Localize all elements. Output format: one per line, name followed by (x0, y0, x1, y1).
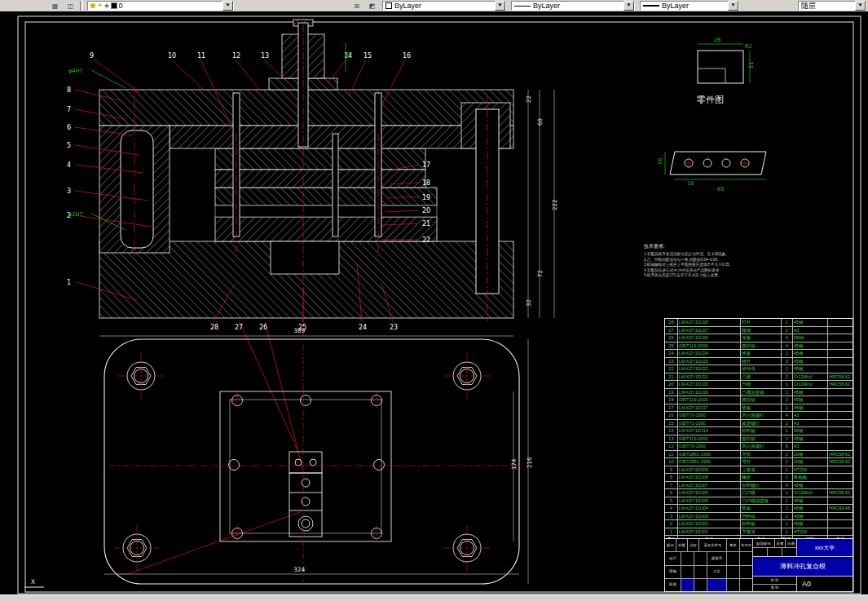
layer-lock-icon: ◆ (104, 2, 108, 9)
bom-row: 11GB/T2861-1990导套220钢HRC58-62 (665, 451, 853, 459)
bom-cell-mat: 聚氨酯 (793, 474, 829, 482)
bom-cell-rem (828, 474, 853, 482)
bom-cell-no: 24 (665, 350, 678, 358)
layer-states-icon[interactable]: ◫ (64, 1, 77, 11)
layer-dropdown-arrow[interactable]: ▼ (223, 1, 233, 11)
svg-text:3: 3 (67, 188, 71, 195)
svg-text:22: 22 (422, 236, 430, 244)
bom-cell-mat: Cr12MoV (793, 373, 829, 382)
svg-text:15: 15 (364, 52, 372, 60)
bom-row: 1LM-KZY1DJ01下模座1HT200 (665, 528, 853, 537)
tb-label-count: 处数 (676, 539, 688, 551)
svg-text:17: 17 (422, 161, 430, 169)
bom-cell-rem (828, 389, 853, 397)
tb-label-approve: 批准 (665, 579, 681, 591)
bom-cell-rem (828, 358, 853, 366)
bom-row: 15GB/T71-2000紧定螺钉2A3 (665, 420, 853, 428)
bom-cell-rem: HRC58-62 (828, 458, 853, 466)
layer-on-icon (90, 3, 95, 8)
svg-text:22: 22 (526, 95, 532, 103)
bom-cell-no: 14 (665, 427, 678, 435)
bom-cell-rem (828, 466, 853, 475)
layer-dropdown[interactable]: ☀ ◆ 0 ▼ (87, 1, 234, 11)
bom-cell-no: 25 (665, 342, 678, 351)
bom-cell-rem (828, 528, 853, 537)
linetype-dropdown-arrow[interactable]: ▼ (623, 1, 634, 11)
plotstyle-dropdown[interactable]: 随层 ▼ (798, 1, 866, 11)
svg-text:28: 28 (210, 324, 218, 331)
bom-cell-name: 导柱 (741, 458, 782, 466)
svg-text:26: 26 (714, 37, 720, 43)
bom-cell-no: 23 (665, 358, 678, 366)
tb-label-total-sheets: 共 张 (753, 577, 796, 585)
bom-cell-code: LM-KZY1DJ19 (678, 389, 741, 397)
plan-view: 324 216 174 (104, 339, 533, 584)
bom-cell-code: LM-KZY1DJ03 (678, 513, 741, 521)
bom-cell-no: 18 (665, 396, 678, 404)
lineweight-dropdown[interactable]: ByLayer ▼ (640, 1, 739, 11)
bom-cell-code: LM-KZY1DJ21 (678, 373, 741, 382)
bom-cell-code: LM-KZY1DJ08 (678, 474, 741, 482)
bom-row: 18GB/T119-2000圆柱销245钢 (665, 396, 853, 404)
plotstyle-value: 随层 (801, 2, 855, 10)
bom-cell-rem (828, 443, 853, 451)
bom-rows: 28LM-KZY1DJ28打杆145钢27LM-KZY1DJ27模柄1A326L… (665, 319, 853, 536)
bom-cell-qty: 2 (782, 396, 793, 404)
layer-previous-icon[interactable]: ◩ (365, 1, 379, 11)
bom-cell-no: 8 (665, 474, 678, 482)
bom-row: 16GB/T70-2000内六角螺钉4A3 (665, 412, 853, 420)
tb-label-standard: 标准化 (707, 552, 727, 564)
layer-manager-icon[interactable]: ▦ (48, 1, 62, 11)
svg-text:9: 9 (90, 52, 94, 60)
bom-cell-mat: 45钢 (793, 427, 829, 435)
color-dropdown-arrow[interactable]: ▼ (495, 1, 505, 11)
bom-cell-mat: A3 (793, 327, 829, 335)
make-layer-current-icon[interactable]: ⊞ (350, 1, 364, 11)
bom-cell-code: LM-KZY1DJ06 (678, 489, 741, 497)
bom-cell-rem: HRC58-62 (828, 489, 853, 497)
bom-cell-no: 10 (665, 458, 678, 466)
bom-cell-name: 凸凹模 (741, 489, 782, 497)
svg-text:5: 5 (67, 142, 71, 149)
bom-row: 4LM-KZY1DJ04垫板145钢HRC43-48 (665, 505, 853, 513)
bom-cell-qty: 1 (782, 327, 793, 335)
bom-cell-name: 模柄 (741, 327, 782, 335)
bom-cell-name: 导套 (741, 451, 782, 459)
bom-cell-no: 11 (665, 451, 678, 459)
bom-cell-code: GB/T70-2000 (678, 412, 741, 420)
bom-cell-rem (828, 420, 853, 428)
svg-text:216: 216 (527, 457, 533, 468)
svg-text:18: 18 (422, 179, 430, 187)
model-space-canvas[interactable]: 9 10 11 12 13 14 15 16 8 7 6 5 4 3 2 1 1… (0, 11, 868, 595)
lineweight-dropdown-arrow[interactable]: ▼ (728, 1, 738, 11)
bom-cell-name: 卸料板 (741, 520, 782, 528)
svg-text:222: 222 (552, 200, 558, 210)
object-properties-toolbar: ▦ ◫ ☀ ◆ 0 ▼ ⊞ ◩ ByLayer ▼ ByLayer ▼ ByLa… (0, 0, 868, 12)
bom-cell-name: 上模座 (741, 466, 782, 475)
bom-cell-qty: 2 (782, 513, 793, 521)
svg-text:φ4H7: φ4H7 (68, 68, 82, 74)
bom-cell-qty: 4 (782, 412, 793, 420)
bom-row: 14LM-KZY1DJ14卸料板145钢 (665, 427, 853, 435)
bom-cell-rem (828, 327, 853, 335)
bom-cell-name: 圆柱销 (741, 342, 782, 351)
bom-cell-name: 下模座 (741, 528, 782, 537)
bom-cell-qty: 1 (782, 474, 793, 482)
bom-cell-no: 22 (665, 365, 678, 373)
bom-cell-code: GB/T119-2000 (678, 435, 741, 444)
svg-text:20: 20 (422, 207, 430, 214)
svg-text:R2: R2 (745, 43, 752, 50)
bom-cell-mat: A3 (793, 443, 829, 451)
bom-row: 13GB/T119-2000圆柱销245钢 (665, 435, 853, 444)
svg-text:324: 324 (293, 566, 306, 573)
bom-cell-code: LM-KZY1DJ09 (678, 466, 741, 475)
status-bar-strip (0, 594, 868, 601)
bom-cell-no: 5 (665, 497, 678, 506)
svg-text:φ2H7: φ2H7 (68, 211, 82, 218)
bom-cell-code: GB/T2861-1990 (678, 458, 741, 466)
linetype-dropdown[interactable]: ByLayer ▼ (511, 1, 635, 11)
color-dropdown[interactable]: ByLayer ▼ (382, 1, 506, 11)
bom-row: 3LM-KZY1DJ03挡料销245钢 (665, 513, 853, 521)
bom-cell-qty: 2 (782, 458, 793, 466)
plotstyle-dropdown-arrow[interactable]: ▼ (855, 1, 866, 11)
